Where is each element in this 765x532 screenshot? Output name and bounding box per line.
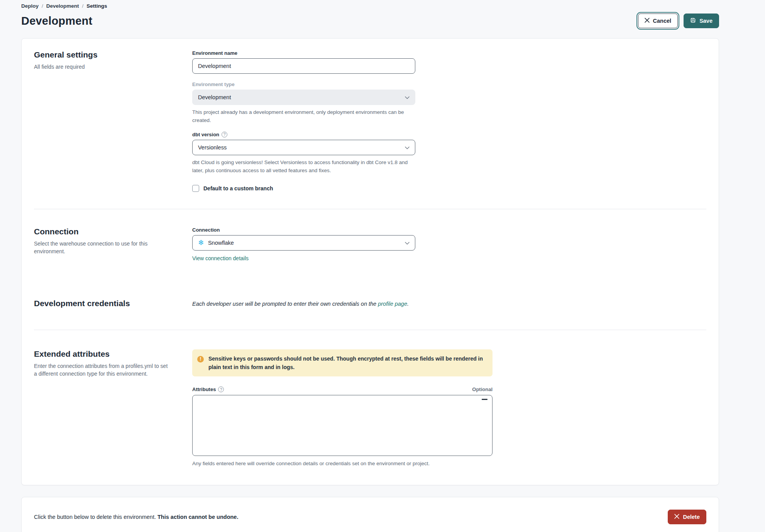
environment-type-value: Development [198,94,231,100]
credentials-note-text: Each developer user will be prompted to … [192,301,378,307]
chevron-down-icon [405,144,410,151]
save-button[interactable]: Save [684,14,719,28]
save-icon [690,17,696,24]
breadcrumb-separator: / [42,3,43,9]
help-icon[interactable]: ? [222,132,227,137]
general-settings-heading: General settings [34,50,177,59]
environment-type-select: Development [192,90,415,105]
delete-warning-bold: This action cannot be undone. [157,514,238,520]
section-divider [34,330,706,330]
snowflake-icon: ❄ [198,239,204,246]
environment-name-label: Environment name [192,50,706,56]
chevron-down-icon [405,94,410,100]
delete-warning-text: Click the button below to delete this en… [34,514,238,520]
connection-field-label: Connection [192,227,706,233]
extended-attributes-heading: Extended attributes [34,349,177,359]
delete-environment-card: Click the button below to delete this en… [21,497,719,532]
attributes-help: Any fields entered here will override co… [192,460,493,468]
chevron-down-icon [405,240,410,246]
custom-branch-checkbox[interactable] [192,185,199,192]
section-general-settings: General settings All fields are required… [34,50,706,192]
breadcrumb: Deploy / Development / Settings [21,0,719,9]
cancel-button[interactable]: Cancel [638,14,678,28]
general-settings-subheading: All fields are required [34,63,177,71]
section-extended-attributes: Extended attributes Enter the connection… [34,349,706,468]
close-icon [674,514,679,520]
connection-select[interactable]: ❄ Snowflake [192,235,415,251]
delete-button-label: Delete [683,514,700,520]
breadcrumb-separator: / [82,3,84,9]
dbt-version-select[interactable]: Versionless [192,140,415,155]
environment-name-input[interactable] [192,58,415,74]
warning-icon: ! [197,356,204,363]
sensitive-keys-warning-banner: ! Sensitive keys or passwords should not… [192,349,493,377]
settings-card: General settings All fields are required… [21,38,719,485]
dbt-version-label: dbt version [192,132,219,137]
save-button-label: Save [699,18,713,24]
delete-warning-normal: Click the button below to delete this en… [34,514,157,520]
breadcrumb-development[interactable]: Development [46,3,79,9]
optional-label: Optional [472,386,493,392]
view-connection-details-link[interactable]: View connection details [192,255,249,261]
attributes-label: Attributes [192,386,216,392]
custom-branch-checkbox-row[interactable]: Default to a custom branch [192,185,706,192]
header-actions: Cancel Save [638,14,719,28]
breadcrumb-settings: Settings [86,3,107,9]
profile-page-link[interactable]: profile page [378,301,407,307]
delete-button[interactable]: Delete [668,510,706,524]
credentials-note: Each developer user will be prompted to … [192,299,706,307]
section-connection: Connection Select the warehouse connecti… [34,227,706,262]
connection-subheading: Select the warehouse connection to use f… [34,240,177,256]
section-development-credentials: Development credentials Each developer u… [34,299,706,308]
page-header: Development Cancel Save [21,14,719,28]
credentials-note-period: . [407,301,409,307]
extended-attributes-subheading: Enter the connection attributes from a p… [34,362,169,378]
custom-branch-label: Default to a custom branch [203,185,273,191]
cancel-button-label: Cancel [653,18,672,24]
dbt-version-value: Versionless [198,144,227,151]
development-credentials-heading: Development credentials [34,299,177,308]
warning-text: Sensitive keys or passwords should not b… [208,354,486,372]
connection-value: Snowflake [208,240,234,246]
breadcrumb-deploy[interactable]: Deploy [21,3,39,9]
attributes-editor [192,395,493,456]
connection-heading: Connection [34,227,177,236]
section-divider [34,209,706,209]
environment-type-help: This project already has a development e… [192,108,415,125]
help-icon[interactable]: ? [218,386,224,392]
dbt-version-help: dbt Cloud is going versionless! Select V… [192,159,415,175]
environment-type-label: Environment type [192,81,706,87]
page-title: Development [21,15,92,27]
close-icon [645,18,650,24]
attributes-textarea[interactable] [193,395,492,456]
